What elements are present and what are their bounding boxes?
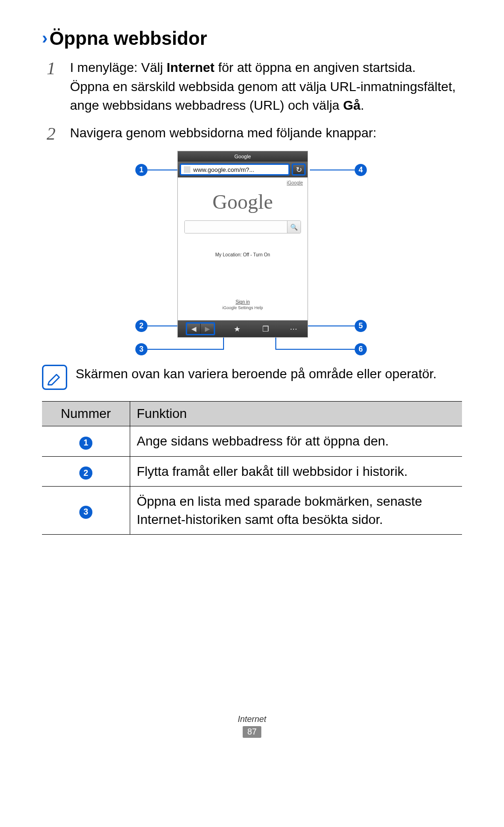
callout-badge-2: 2 [135, 320, 147, 332]
row-text: Flytta framåt eller bakåt till webbsidor… [130, 456, 462, 486]
step-number: 1 [47, 59, 70, 77]
callout-line [147, 170, 177, 170]
phone-url-row: www.google.com/m?... ↻ [178, 162, 308, 177]
google-logo: Google [178, 190, 308, 214]
forward-button[interactable]: ▶ [200, 324, 214, 334]
callout-badge-5: 5 [355, 320, 367, 332]
url-input[interactable]: www.google.com/m?... [180, 163, 290, 176]
table-row: 2 Flytta framåt eller bakåt till webbsid… [42, 456, 462, 486]
bookmarks-button[interactable]: ★ [231, 323, 243, 335]
page-footer: Internet 87 [0, 714, 504, 738]
sign-in-link[interactable]: Sign in [178, 299, 308, 304]
chevron-right-icon: › [42, 28, 48, 48]
note-block: Skärmen ovan kan variera beroende på omr… [42, 365, 462, 390]
row-badge: 1 [79, 437, 92, 450]
note-text: Skärmen ovan kan variera beroende på omr… [76, 365, 437, 383]
step-1: 1 I menyläge: Välj Internet för att öppn… [47, 58, 462, 115]
section-heading: ›Öppna webbsidor [42, 28, 462, 49]
phone-screenshot: Google www.google.com/m?... ↻ iGoogle Go… [177, 151, 308, 338]
step-list: 1 I menyläge: Välj Internet för att öppn… [47, 58, 462, 142]
note-icon [42, 365, 67, 390]
more-button[interactable]: ⋯ [287, 323, 300, 335]
site-favicon-icon [184, 166, 190, 173]
table-row: 1 Ange sidans webbadress för att öppna d… [42, 426, 462, 456]
row-badge: 3 [79, 506, 92, 519]
callout-badge-3: 3 [135, 343, 147, 355]
table-header-function: Funktion [130, 402, 462, 426]
function-table: Nummer Funktion 1 Ange sidans webbadress… [42, 401, 462, 535]
phone-window-title: Google [178, 151, 308, 162]
star-icon: ★ [234, 325, 240, 333]
row-text: Ange sidans webbadress för att öppna den… [130, 426, 462, 456]
back-button[interactable]: ◀ [187, 324, 200, 334]
callout-line [223, 337, 224, 350]
url-text: www.google.com/m?... [193, 166, 254, 173]
figure: 1 2 3 4 5 6 Google www.google.com/m?... … [112, 151, 392, 352]
table-row: 3 Öppna en lista med sparade bokmärken, … [42, 486, 462, 534]
phone-footer-links: iGoogle Settings Help [178, 305, 308, 310]
step-number: 2 [47, 125, 70, 142]
table-header-number: Nummer [42, 402, 130, 426]
callout-line [147, 349, 224, 350]
nav-history-group: ◀ ▶ [186, 322, 215, 335]
triangle-left-icon: ◀ [191, 325, 196, 332]
triangle-right-icon: ▶ [205, 325, 210, 332]
step-2: 2 Navigera genom webbsidorna med följand… [47, 124, 462, 143]
more-icon: ⋯ [290, 325, 297, 333]
step-body: I menyläge: Välj Internet för att öppna … [70, 58, 462, 115]
callout-line [275, 349, 355, 350]
row-badge: 2 [79, 467, 92, 480]
footer-section-label: Internet [0, 714, 504, 724]
page-number: 87 [243, 726, 261, 738]
search-button[interactable]: 🔍 [287, 221, 301, 233]
search-icon: 🔍 [290, 224, 298, 231]
phone-bottom-toolbar: ◀ ▶ ★ ❐ ⋯ [178, 320, 308, 337]
callout-badge-1: 1 [135, 164, 147, 176]
callout-badge-4: 4 [355, 164, 367, 176]
search-input[interactable] [185, 221, 287, 233]
refresh-icon: ↻ [296, 165, 302, 174]
step-body: Navigera genom webbsidorna med följande … [70, 124, 462, 143]
search-row: 🔍 [184, 220, 301, 233]
heading-text: Öppna webbsidor [49, 28, 207, 49]
igoogle-link[interactable]: iGoogle [178, 177, 308, 185]
location-text[interactable]: My Location: Off - Turn On [178, 252, 308, 257]
refresh-button[interactable]: ↻ [292, 163, 306, 176]
phone-page-content: iGoogle Google 🔍 My Location: Off - Turn… [178, 177, 308, 310]
windows-icon: ❐ [262, 325, 269, 333]
callout-badge-6: 6 [355, 343, 367, 355]
row-text: Öppna en lista med sparade bokmärken, se… [130, 486, 462, 534]
windows-button[interactable]: ❐ [259, 323, 272, 335]
callout-line [275, 337, 276, 350]
callout-line [310, 170, 355, 170]
